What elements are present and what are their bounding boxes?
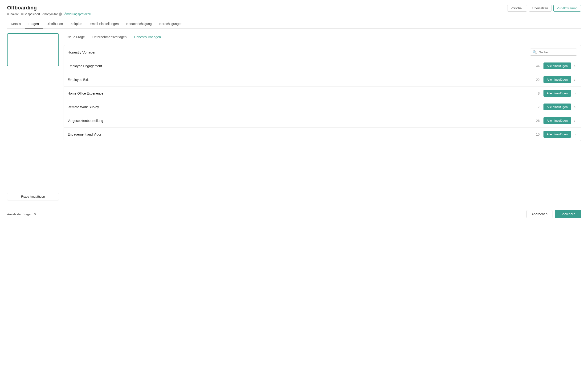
add-all-button[interactable]: Alle hinzufügen bbox=[543, 90, 571, 97]
translate-button[interactable]: Übersetzen bbox=[529, 5, 552, 12]
header-left: Offboarding Inaktiv Gespeichert Anonymit… bbox=[7, 5, 91, 16]
page-header: Offboarding Inaktiv Gespeichert Anonymit… bbox=[7, 5, 581, 16]
add-question-button[interactable]: Frage hinzufügen bbox=[7, 193, 59, 200]
subtab-neue-frage[interactable]: Neue Frage bbox=[64, 33, 89, 41]
gespeichert-dot bbox=[21, 13, 23, 15]
template-row: Vorgesetztenbeurteilung26Alle hinzufügen… bbox=[64, 114, 581, 127]
cancel-button[interactable]: Abbrechen bbox=[526, 210, 553, 218]
add-all-button[interactable]: Alle hinzufügen bbox=[543, 76, 571, 83]
content-area: Frage hinzufügen Neue FrageUnternehmensv… bbox=[7, 33, 581, 200]
app-container: Offboarding Inaktiv Gespeichert Anonymit… bbox=[0, 0, 588, 365]
main-content: Neue FrageUnternehmensvorlagenHonestly V… bbox=[64, 33, 581, 200]
nav-tab-berechtigungen[interactable]: Berechtigungen bbox=[156, 20, 186, 28]
search-icon: 🔍 bbox=[533, 50, 537, 54]
chevron-right-icon[interactable]: › bbox=[573, 90, 577, 96]
nav-tab-benachrichtigung[interactable]: Benachrichtigung bbox=[123, 20, 156, 28]
templates-panel: Honestly Vorlagen 🔍 Employee Engagement4… bbox=[64, 45, 581, 141]
template-name: Remote Work Survey bbox=[68, 105, 533, 109]
inaktiv-dot bbox=[7, 13, 9, 15]
template-name: Home Office Experience bbox=[68, 91, 533, 95]
change-log-link[interactable]: Änderungsprotokoll bbox=[64, 12, 91, 16]
template-row: Employee Engagement44Alle hinzufügen› bbox=[64, 59, 581, 73]
nav-tab-email[interactable]: Email Einstellungen bbox=[86, 20, 123, 28]
template-count: 44 bbox=[533, 64, 540, 68]
template-row: Employee Exit22Alle hinzufügen› bbox=[64, 73, 581, 86]
chevron-right-icon[interactable]: › bbox=[573, 118, 577, 124]
save-button[interactable]: Speichern bbox=[555, 210, 581, 218]
add-all-button[interactable]: Alle hinzufügen bbox=[543, 104, 571, 110]
search-icon-button[interactable]: 🔍 bbox=[530, 49, 539, 56]
anonymitat-label: Anonymität bbox=[42, 12, 58, 16]
template-name: Vorgesetztenbeurteilung bbox=[68, 119, 533, 123]
template-row: Home Office Experience8Alle hinzufügen› bbox=[64, 86, 581, 100]
preview-button[interactable]: Vorschau bbox=[507, 5, 527, 12]
template-count: 22 bbox=[533, 78, 540, 82]
templates-title: Honestly Vorlagen bbox=[68, 50, 96, 54]
info-icon[interactable]: i bbox=[59, 13, 62, 16]
templates-header: Honestly Vorlagen 🔍 bbox=[64, 45, 581, 59]
chevron-right-icon[interactable]: › bbox=[573, 63, 577, 69]
template-count: 15 bbox=[533, 133, 540, 136]
search-input[interactable] bbox=[539, 49, 577, 56]
sidebar: Frage hinzufügen bbox=[7, 33, 59, 200]
add-all-button[interactable]: Alle hinzufügen bbox=[543, 131, 571, 138]
header-actions: Vorschau Übersetzen Zur Aktivierung bbox=[507, 5, 581, 12]
template-row: Remote Work Survey7Alle hinzufügen› bbox=[64, 100, 581, 114]
chevron-right-icon[interactable]: › bbox=[573, 104, 577, 110]
add-all-button[interactable]: Alle hinzufügen bbox=[543, 117, 571, 124]
subtab-honestly-vorlagen[interactable]: Honestly Vorlagen bbox=[130, 33, 165, 41]
header-meta: Inaktiv Gespeichert Anonymität i Änderun… bbox=[7, 12, 91, 16]
template-row: Engagement and Vigor15Alle hinzufügen› bbox=[64, 127, 581, 141]
template-name: Engagement and Vigor bbox=[68, 133, 533, 136]
gespeichert-label: Gespeichert bbox=[24, 12, 40, 16]
search-wrapper: 🔍 bbox=[530, 49, 577, 56]
status-gespeichert: Gespeichert bbox=[21, 12, 40, 16]
footer-actions: Abbrechen Speichern bbox=[526, 210, 581, 218]
template-count: 26 bbox=[533, 119, 540, 123]
nav-tab-fragen[interactable]: Fragen bbox=[25, 20, 43, 28]
add-all-button[interactable]: Alle hinzufügen bbox=[543, 63, 571, 69]
question-placeholder bbox=[7, 33, 59, 66]
chevron-right-icon[interactable]: › bbox=[573, 131, 577, 137]
inaktiv-label: Inaktiv bbox=[10, 12, 19, 16]
template-count: 7 bbox=[533, 105, 540, 109]
nav-tab-zeitplan[interactable]: Zeitplan bbox=[67, 20, 86, 28]
anonymitat-info: Anonymität i bbox=[42, 12, 62, 16]
status-inaktiv: Inaktiv bbox=[7, 12, 19, 16]
template-name: Employee Engagement bbox=[68, 64, 533, 68]
subtabs: Neue FrageUnternehmensvorlagenHonestly V… bbox=[64, 33, 581, 41]
subtab-unternehmensvorlagen[interactable]: Unternehmensvorlagen bbox=[89, 33, 130, 41]
template-name: Employee Exit bbox=[68, 78, 533, 82]
chevron-right-icon[interactable]: › bbox=[573, 77, 577, 83]
nav-tabs: DetailsFragenDistributionZeitplanEmail E… bbox=[7, 20, 581, 28]
question-count: Anzahl der Fragen: 0 bbox=[7, 212, 35, 216]
template-list: Employee Engagement44Alle hinzufügen›Emp… bbox=[64, 59, 581, 141]
footer-bar: Anzahl der Fragen: 0 Abbrechen Speichern bbox=[7, 205, 581, 220]
nav-tab-distribution[interactable]: Distribution bbox=[43, 20, 67, 28]
nav-tab-details[interactable]: Details bbox=[7, 20, 25, 28]
template-count: 8 bbox=[533, 91, 540, 95]
activate-button[interactable]: Zur Aktivierung bbox=[553, 5, 581, 12]
page-title: Offboarding bbox=[7, 5, 91, 11]
